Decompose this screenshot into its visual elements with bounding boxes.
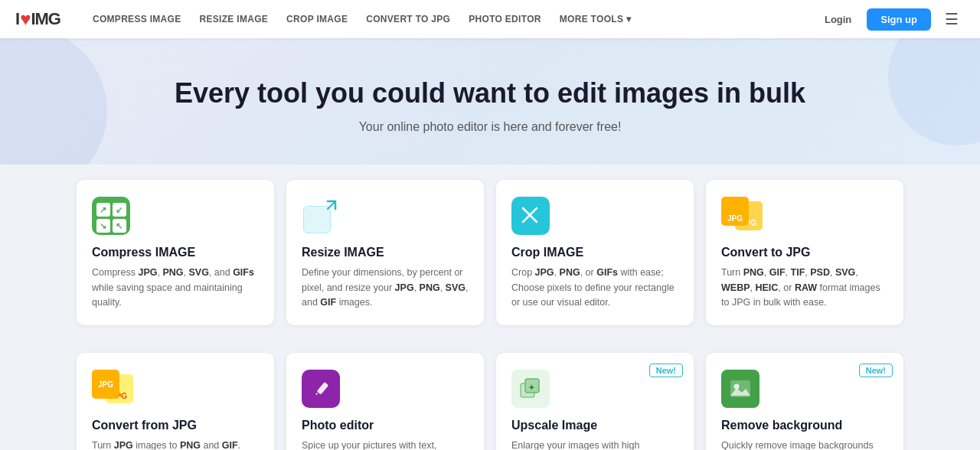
tool-card-photo-editor[interactable]: Photo editor Spice up your pictures with… bbox=[286, 353, 484, 450]
nav-photo-editor[interactable]: PHOTO EDITOR bbox=[459, 14, 550, 24]
tool-card-upscale[interactable]: New! ✦ Upscale Image Enlarge your images… bbox=[496, 353, 694, 450]
arrow-bl: ↘ bbox=[96, 219, 110, 233]
login-button[interactable]: Login bbox=[817, 9, 859, 30]
photo-editor-icon bbox=[302, 370, 340, 408]
resize-desc: Define your dimensions, by percent or pi… bbox=[302, 266, 469, 310]
logo[interactable]: I ♥ IMG bbox=[15, 8, 60, 30]
hero-section: Every tool you could want to edit images… bbox=[0, 38, 980, 165]
remove-bg-desc: Quickly remove image backgrounds with hi… bbox=[721, 439, 888, 450]
from-jpg-title: Convert from JPG bbox=[92, 419, 259, 432]
nav-compress[interactable]: COMPRESS IMAGE bbox=[83, 14, 191, 24]
convert-jpg-desc: Turn PNG, GIF, TIF, PSD, SVG, WEBP, HEIC… bbox=[721, 266, 888, 310]
svg-text:✦: ✦ bbox=[528, 383, 535, 392]
navbar: I ♥ IMG COMPRESS IMAGE RESIZE IMAGE CROP… bbox=[0, 0, 980, 38]
new-badge-upscale: New! bbox=[649, 364, 683, 377]
hero-title: Every tool you could want to edit images… bbox=[15, 77, 965, 109]
tool-card-compress[interactable]: ↗ ↙ ↘ ↖ Compress IMAGE Compress JPG, PNG… bbox=[77, 180, 274, 325]
crop-desc: Crop JPG, PNG, or GIFs with ease; Choose… bbox=[511, 266, 678, 310]
from-jpg-icon: JPG JPG → bbox=[92, 370, 133, 408]
crop-icon bbox=[511, 197, 550, 235]
compress-icon: ↗ ↙ ↘ ↖ bbox=[92, 197, 130, 235]
pencil-icon bbox=[311, 379, 331, 399]
upscale-title: Upscale Image bbox=[511, 419, 678, 432]
new-badge-remove-bg: New! bbox=[859, 364, 893, 377]
svg-marker-4 bbox=[315, 393, 318, 395]
resize-icon bbox=[302, 197, 340, 235]
convert-jpg-icon: JPG JPG bbox=[721, 197, 763, 235]
logo-img: IMG bbox=[31, 9, 60, 29]
logo-i: I bbox=[15, 9, 19, 29]
crop-title: Crop IMAGE bbox=[511, 246, 678, 259]
upscale-svg-icon: ✦ bbox=[519, 377, 542, 400]
tool-card-remove-bg[interactable]: New! Remove background Quickly remove im… bbox=[706, 353, 903, 450]
svg-rect-3 bbox=[317, 382, 329, 395]
photo-editor-desc: Spice up your pictures with text, effect… bbox=[302, 439, 469, 450]
nav-convert-to-jpg[interactable]: CONVERT TO JPG bbox=[357, 14, 459, 24]
jpg-front: JPG bbox=[721, 197, 749, 226]
upscale-desc: Enlarge your images with high resolution… bbox=[511, 439, 678, 450]
compress-title: Compress IMAGE bbox=[92, 246, 259, 259]
resize-arrow-icon bbox=[323, 197, 340, 214]
tools-grid-row2: JPG JPG → Convert from JPG Turn JPG imag… bbox=[61, 338, 919, 450]
compress-desc: Compress JPG, PNG, SVG, and GIFs while s… bbox=[92, 266, 259, 310]
resize-title: Resize IMAGE bbox=[302, 246, 469, 259]
nav-resize[interactable]: RESIZE IMAGE bbox=[190, 14, 277, 24]
tool-card-resize[interactable]: Resize IMAGE Define your dimensions, by … bbox=[286, 180, 484, 325]
arrow-icon: → bbox=[113, 390, 124, 402]
arrow-tl: ↗ bbox=[96, 203, 110, 217]
svg-line-0 bbox=[328, 201, 335, 209]
logo-heart-icon: ♥ bbox=[20, 8, 30, 30]
nav-crop[interactable]: CROP IMAGE bbox=[277, 14, 357, 24]
nav-more-tools[interactable]: MORE TOOLS ▾ bbox=[550, 14, 640, 24]
arrow-br: ↖ bbox=[113, 219, 126, 233]
signup-button[interactable]: Sign up bbox=[867, 8, 931, 31]
convert-jpg-title: Convert to JPG bbox=[721, 246, 888, 259]
from-jpg-desc: Turn JPG images to PNG and GIF. Choose s… bbox=[92, 439, 259, 450]
remove-bg-title: Remove background bbox=[721, 419, 888, 432]
tool-card-crop[interactable]: Crop IMAGE Crop JPG, PNG, or GIFs with e… bbox=[496, 180, 694, 325]
upscale-icon: ✦ bbox=[511, 370, 550, 408]
nav-right: Login Sign up ☰ bbox=[817, 7, 965, 31]
menu-button[interactable]: ☰ bbox=[939, 7, 965, 31]
from-jpg-front: JPG → bbox=[92, 370, 119, 399]
remove-bg-svg-icon bbox=[729, 377, 752, 400]
crop-scissors-icon bbox=[520, 205, 541, 227]
tool-card-convert-to-jpg[interactable]: JPG JPG Convert to JPG Turn PNG, GIF, TI… bbox=[706, 180, 903, 325]
arrow-tr: ↙ bbox=[113, 203, 126, 217]
photo-editor-title: Photo editor bbox=[302, 419, 469, 432]
tool-card-from-jpg[interactable]: JPG JPG → Convert from JPG Turn JPG imag… bbox=[77, 353, 274, 450]
hero-subtitle: Your online photo editor is here and for… bbox=[15, 120, 965, 134]
tools-grid-row1: ↗ ↙ ↘ ↖ Compress IMAGE Compress JPG, PNG… bbox=[61, 165, 919, 325]
remove-bg-icon bbox=[721, 370, 760, 408]
nav-links: COMPRESS IMAGE RESIZE IMAGE CROP IMAGE C… bbox=[83, 14, 817, 24]
